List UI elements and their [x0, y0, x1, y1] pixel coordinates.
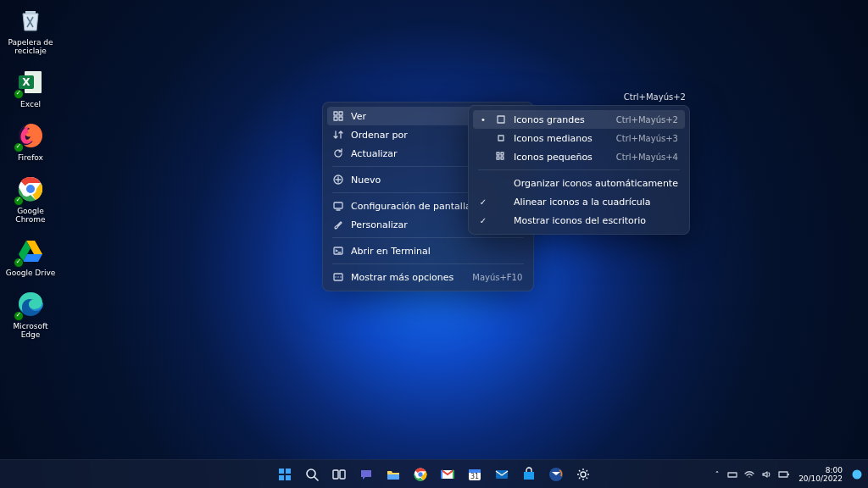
svg-rect-9 — [339, 112, 342, 115]
submenu-item-iconos-grandes[interactable]: •Iconos grandesCtrl+Mayús+2 — [473, 110, 685, 129]
submenu-item-label: Organizar iconos automáticamente — [514, 178, 678, 189]
svg-rect-8 — [334, 112, 337, 115]
svg-rect-22 — [279, 469, 284, 474]
taskbar-settings[interactable] — [571, 463, 595, 486]
svg-rect-36 — [496, 470, 508, 479]
tray-chevron-icon[interactable]: ˄ — [715, 470, 720, 479]
svg-rect-29 — [387, 474, 399, 480]
chrome-app-icon — [15, 174, 46, 204]
submenu-item-shortcut: Ctrl+Mayús+4 — [616, 152, 678, 162]
taskbar-store[interactable] — [517, 463, 541, 486]
recycle-bin-icon[interactable]: Papelera de reciclaje — [5, 5, 56, 55]
icon-label: Firefox — [18, 153, 43, 162]
svg-rect-19 — [501, 152, 504, 155]
battery-icon — [778, 469, 790, 480]
taskbar-clock[interactable]: 8:00 20/10/2022 — [798, 466, 843, 483]
gdrive-icon[interactable]: Google Drive — [5, 236, 56, 277]
svg-rect-40 — [779, 472, 787, 477]
taskbar-search[interactable] — [300, 463, 324, 486]
svg-rect-41 — [787, 474, 789, 475]
svg-text:31: 31 — [470, 473, 479, 480]
refresh-icon — [332, 147, 344, 159]
icon-label: Papelera de reciclaje — [5, 38, 56, 55]
view-submenu: Ctrl+Mayús+2 •Iconos grandesCtrl+Mayús+2… — [468, 105, 690, 235]
submenu-item-shortcut: Ctrl+Mayús+3 — [616, 134, 678, 143]
svg-point-42 — [853, 469, 862, 479]
chrome-icon[interactable]: Google Chrome — [5, 174, 56, 224]
svg-rect-17 — [498, 136, 504, 141]
medium-icon — [495, 132, 507, 144]
trash-icon — [15, 5, 46, 36]
excel-icon[interactable]: X Excel — [5, 67, 56, 108]
wifi-icon — [744, 469, 754, 480]
svg-text:X: X — [22, 76, 31, 88]
taskbar-explorer[interactable] — [381, 463, 405, 486]
plus-icon — [332, 174, 344, 186]
blank-icon — [495, 214, 507, 226]
taskbar: 31 ˄ 8:00 20/10/2022 — [0, 459, 868, 488]
svg-point-31 — [418, 472, 422, 476]
svg-rect-21 — [501, 157, 504, 159]
hw-icon — [727, 469, 737, 480]
submenu-shortcut-hint: Ctrl+Mayús+2 — [624, 92, 686, 102]
display-icon — [332, 200, 344, 212]
desktop-icons: Papelera de reciclaje X Excel Firefox Go… — [5, 5, 56, 339]
clock-date: 20/10/2022 — [798, 474, 843, 483]
svg-rect-27 — [333, 470, 338, 479]
check-indicator: ✓ — [478, 216, 488, 225]
svg-rect-23 — [286, 469, 291, 474]
clock-time: 8:00 — [798, 466, 843, 474]
system-tray[interactable] — [727, 469, 790, 480]
svg-rect-13 — [334, 202, 342, 208]
submenu-item-shortcut: Ctrl+Mayús+2 — [616, 115, 678, 125]
svg-rect-11 — [339, 117, 342, 120]
menu-item-label: Abrir en Terminal — [351, 246, 522, 257]
submenu-item-label: Alinear iconos a la cuadrícula — [514, 197, 678, 208]
blank-icon — [495, 177, 507, 189]
submenu-item-label: Iconos pequeños — [514, 152, 598, 163]
large-icon — [495, 114, 507, 125]
submenu-item-organizar-iconos-automáticamente[interactable]: Organizar iconos automáticamente — [473, 174, 685, 192]
menu-item-abrir-en-terminal[interactable]: Abrir en Terminal — [327, 241, 529, 260]
taskbar-mail[interactable] — [490, 463, 514, 486]
svg-rect-28 — [340, 470, 345, 479]
grid-icon — [332, 110, 344, 122]
menu-separator — [478, 169, 680, 170]
svg-rect-25 — [286, 475, 291, 480]
brush-icon — [332, 219, 344, 230]
small-icon — [495, 151, 507, 163]
taskbar-calendar[interactable]: 31 — [463, 463, 487, 486]
svg-rect-18 — [497, 152, 499, 155]
icon-label: Google Chrome — [5, 207, 56, 224]
menu-item-label: Mostrar más opciones — [351, 272, 453, 283]
svg-rect-20 — [497, 157, 499, 159]
sort-icon — [332, 129, 344, 141]
submenu-item-mostrar-iconos-del-escritorio[interactable]: ✓Mostrar iconos del escritorio — [473, 211, 685, 230]
menu-separator — [332, 237, 524, 238]
taskbar-right: ˄ 8:00 20/10/2022 — [715, 466, 863, 483]
firefox-app-icon — [15, 120, 46, 151]
notifications-icon[interactable] — [851, 469, 863, 480]
submenu-item-alinear-iconos-a-la-cuadrícula[interactable]: ✓Alinear iconos a la cuadrícula — [473, 192, 685, 211]
check-indicator: • — [478, 115, 488, 125]
submenu-item-iconos-pequeños[interactable]: Iconos pequeñosCtrl+Mayús+4 — [473, 147, 685, 166]
taskbar-chat[interactable] — [354, 463, 378, 486]
icon-label: Excel — [20, 100, 41, 108]
taskbar-gmail[interactable] — [436, 463, 459, 486]
svg-rect-10 — [334, 117, 337, 120]
check-indicator: ✓ — [478, 197, 488, 207]
taskbar-thunderbird[interactable] — [544, 463, 568, 486]
taskbar-chrome[interactable] — [409, 463, 432, 486]
taskbar-taskview[interactable] — [327, 463, 351, 486]
firefox-icon[interactable]: Firefox — [5, 120, 56, 162]
taskbar-start[interactable] — [273, 463, 297, 486]
menu-item-mostrar-más-opciones[interactable]: Mostrar más opcionesMayús+F10 — [327, 268, 529, 286]
submenu-item-iconos-medianos[interactable]: Iconos medianosCtrl+Mayús+3 — [473, 129, 685, 147]
icon-label: Microsoft Edge — [5, 322, 56, 339]
edge-icon[interactable]: Microsoft Edge — [5, 289, 56, 339]
edge-app-icon — [15, 289, 46, 319]
menu-separator — [332, 263, 524, 264]
submenu-item-label: Iconos grandes — [514, 114, 598, 125]
menu-item-shortcut: Mayús+F10 — [472, 273, 522, 282]
taskbar-apps: 31 — [273, 463, 595, 486]
